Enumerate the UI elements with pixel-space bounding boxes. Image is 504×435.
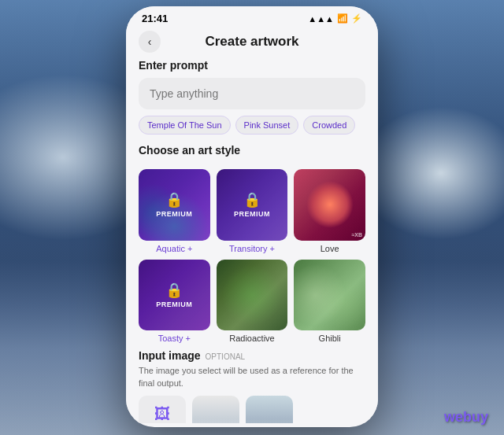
art-thumb-toasty: 🔒 PREMIUM [139, 260, 210, 331]
select-image-button[interactable]: 🖼 Select [139, 396, 186, 423]
art-label-radioactive: Radioactive [229, 334, 274, 343]
chip-temple[interactable]: Temple Of The Sun [139, 116, 231, 135]
love-decoration [306, 181, 354, 228]
status-icons: ▲▲▲ 📶 ⚡ [308, 13, 362, 24]
page-title: Create artwork [205, 34, 298, 50]
phone-frame: 21:41 ▲▲▲ 📶 ⚡ ‹ Create artwork Enter pro… [126, 6, 378, 427]
art-item-love[interactable]: ≈XB Love [294, 169, 365, 253]
art-thumb-radioactive [217, 260, 288, 331]
premium-overlay-toasty: 🔒 PREMIUM [139, 260, 210, 331]
chip-sunset[interactable]: Pink Sunset [235, 116, 299, 135]
webuy-accent: buy [463, 409, 488, 425]
premium-text-transitory: PREMIUM [234, 210, 270, 218]
status-time: 21:41 [142, 13, 168, 24]
art-item-ghibli[interactable]: Ghibli [294, 260, 365, 344]
premium-overlay-transitory: 🔒 PREMIUM [217, 169, 288, 241]
art-thumb-img-love [294, 169, 365, 241]
prompt-chips: Temple Of The Sun Pink Sunset Crowded [139, 116, 365, 135]
webuy-logo: webuy [444, 409, 488, 426]
preview-img-2 [246, 396, 293, 423]
input-image-section: Input image OPTIONAL The image you selec… [126, 343, 378, 423]
lock-icon-toasty: 🔒 [165, 282, 183, 299]
art-style-section: Choose an art style [126, 141, 378, 169]
prompt-label: Enter prompt [139, 59, 365, 72]
art-style-label: Choose an art style [139, 144, 365, 157]
lock-icon-transitory: 🔒 [243, 191, 261, 208]
love-inner [294, 169, 365, 241]
premium-overlay-aquatic: 🔒 PREMIUM [139, 169, 210, 241]
art-label-love: Love [321, 244, 339, 253]
prompt-section: Enter prompt Temple Of The Sun Pink Suns… [126, 56, 378, 141]
ghibli-inner [294, 260, 365, 331]
watermark-love: ≈XB [351, 232, 362, 238]
battery-icon: ⚡ [351, 13, 362, 24]
art-item-aquatic[interactable]: 🔒 PREMIUM Aquatic + [139, 169, 210, 253]
art-label-toasty: Toasty + [158, 334, 191, 343]
premium-text-toasty: PREMIUM [156, 300, 192, 308]
art-item-radioactive[interactable]: Radioactive [217, 260, 288, 344]
art-thumb-transitory: 🔒 PREMIUM [217, 169, 288, 241]
art-style-grid: 🔒 PREMIUM Aquatic + 🔒 PREMIUM Transitory… [126, 169, 378, 343]
art-thumb-img-ghibli [294, 260, 365, 331]
art-label-aquatic: Aquatic + [156, 244, 192, 253]
input-image-description: The image you select will be used as a r… [139, 365, 365, 389]
screen-content: ‹ Create artwork Enter prompt Temple Of … [126, 28, 378, 423]
input-image-title: Input image [139, 349, 201, 362]
input-image-header: Input image OPTIONAL [139, 349, 365, 362]
wifi-icon: 📶 [337, 13, 348, 24]
art-item-toasty[interactable]: 🔒 PREMIUM Toasty + [139, 260, 210, 344]
art-label-ghibli: Ghibli [319, 334, 341, 343]
chip-crowded[interactable]: Crowded [303, 116, 355, 135]
art-thumb-img-radioactive [217, 260, 288, 331]
image-preview-1[interactable] [192, 396, 239, 423]
image-upload-icon: 🖼 [154, 405, 170, 423]
back-button[interactable]: ‹ [139, 31, 161, 53]
page-header: ‹ Create artwork [126, 28, 378, 56]
image-preview-2[interactable] [246, 396, 293, 423]
image-picker: 🖼 Select [139, 396, 365, 423]
lock-icon-aquatic: 🔒 [165, 191, 183, 208]
signal-icon: ▲▲▲ [308, 14, 334, 24]
art-thumb-ghibli [294, 260, 365, 331]
prompt-input[interactable] [139, 78, 365, 109]
radioactive-inner [217, 260, 288, 331]
chevron-left-icon: ‹ [148, 35, 152, 48]
art-item-transitory[interactable]: 🔒 PREMIUM Transitory + [217, 169, 288, 253]
art-thumb-love: ≈XB [294, 169, 365, 241]
art-label-transitory: Transitory + [229, 244, 275, 253]
art-thumb-aquatic: 🔒 PREMIUM [139, 169, 210, 241]
preview-img-1 [192, 396, 239, 423]
webuy-text: we [444, 409, 463, 425]
optional-badge: OPTIONAL [206, 352, 246, 361]
premium-text-aquatic: PREMIUM [156, 210, 192, 218]
status-bar: 21:41 ▲▲▲ 📶 ⚡ [126, 6, 378, 28]
